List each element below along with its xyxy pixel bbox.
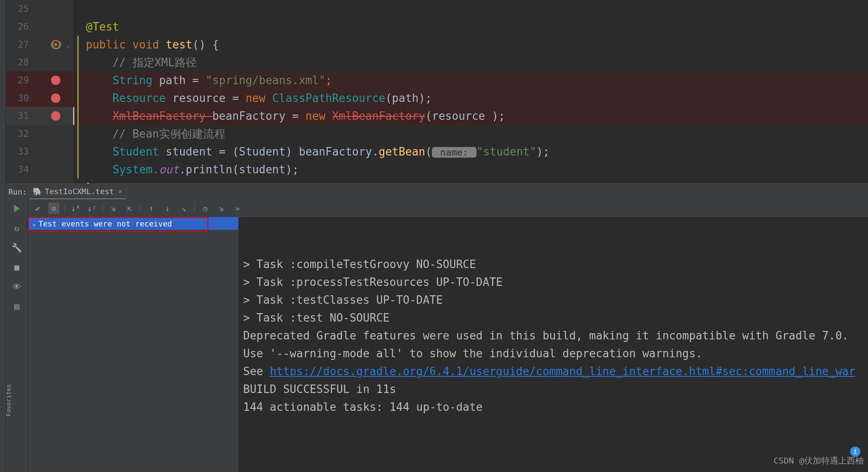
code-token: Resource [113,92,173,105]
console-output[interactable]: > Task :compileTestGroovy NO-SOURCE> Tas… [239,217,868,472]
more-button[interactable]: » [232,203,243,214]
console-line: > Task :testClasses UP-TO-DATE [243,291,864,309]
breakpoint-icon[interactable] [51,111,60,121]
code-line[interactable]: @Test [73,18,868,36]
gutter-line[interactable]: 28 [6,54,73,71]
code-token: new [246,92,272,105]
console-line: Use '--warning-mode all' to show the ind… [243,345,864,362]
test-tree[interactable]: ⌄ Test events were not received [28,217,239,472]
rerun-failed-button[interactable]: ↻ [11,222,23,234]
gutter-line[interactable]: 33 [6,143,73,161]
divider [65,203,65,213]
gutter-line[interactable]: 34 [6,161,73,178]
code-token: path [159,74,192,87]
code-line[interactable] [73,0,868,18]
code-token: @Test [86,20,119,33]
stop-button[interactable]: ■ [11,261,23,273]
fold-end-icon[interactable]: ⌃ [66,178,71,184]
code-line[interactable]: // Bean实例创建流程 [73,125,868,143]
code-token: (path); [385,92,432,105]
code-token [86,163,113,176]
code-token: } [86,181,93,184]
show-passed-button[interactable]: ✔ [32,203,43,214]
code-token: = [192,74,205,87]
expand-all-button[interactable]: ⇲ [108,203,119,214]
change-marker [77,161,79,178]
console-link[interactable]: https://docs.gradle.org/6.4.1/userguide/… [270,365,856,378]
code-token: String [113,74,159,87]
breakpoint-icon[interactable] [51,93,60,103]
line-number: 30 [6,89,29,107]
code-line[interactable]: Student student = (Student) beanFactory.… [73,143,868,161]
layout-button[interactable]: ▤ [11,300,23,312]
line-number: 26 [6,18,29,36]
watermark: CSDN @伏加特遇上西柚 [774,452,864,469]
code-token: System. [113,163,159,176]
code-token: resource [173,92,233,105]
test-toolbar: ✔ ⊘ ↓ᴬ ↓ᶻ ⇲ ⇱ ↑ ↓ ↘ ◷ ⇲ [28,199,868,217]
run-button[interactable] [11,203,23,215]
line-number: 35 [6,178,29,184]
code-token: = [219,145,232,158]
sort-desc-button[interactable]: ↓ᶻ [86,203,97,214]
code-token: // Bean实例创建流程 [86,127,225,140]
gutter-line[interactable]: 30 [6,89,73,107]
favorites-tab[interactable]: Favorites [5,384,12,416]
gutter-line[interactable]: 29 [6,71,73,89]
code-token: ); [536,145,550,158]
close-icon[interactable]: × [118,187,122,195]
sort-asc-button[interactable]: ↓ᴬ [70,203,81,214]
gutter-line[interactable]: 26 [6,18,73,36]
code-line[interactable]: } [73,178,868,184]
settings-button[interactable]: 🔧 [11,242,23,254]
line-number: 29 [6,71,29,89]
code-line[interactable]: String path = "spring/beans.xml"; [73,71,868,89]
history-button[interactable]: ◷ [200,203,211,214]
code-line[interactable]: XmlBeanFactory beanFactory = new XmlBean… [73,107,868,125]
code-area[interactable]: @Testpublic void test() { // 指定XML路径 Str… [73,0,868,184]
code-token: test [166,38,193,51]
next-button[interactable]: ↓ [162,203,173,214]
code-token: "spring/beans.xml" [206,74,326,87]
test-tree-root[interactable]: ⌄ Test events were not received [28,217,238,230]
breakpoint-icon[interactable] [51,76,60,85]
code-token: beanFactory [212,110,292,122]
rerun-icon[interactable] [52,40,61,49]
fold-start-icon[interactable]: ⌄ [66,36,71,54]
gutter-line[interactable]: 32 [6,125,73,143]
code-line[interactable]: // 指定XML路径 [73,54,868,71]
import-button[interactable]: ⇲ [216,203,227,214]
collapse-all-button[interactable]: ⇱ [124,203,135,214]
code-line[interactable]: public void test() { [73,36,868,54]
line-number: 32 [6,125,29,143]
goto-button[interactable]: ↘ [178,203,189,214]
code-token: // 指定XML路径 [86,56,197,69]
gutter-line[interactable]: 25 [6,0,73,18]
change-marker [77,143,79,161]
gutter-line[interactable]: 31 [6,107,73,125]
code-editor[interactable]: 252627⌄2829303132333435⌃363738⌄39 @Testp… [6,0,868,184]
show-ignored-button[interactable]: ⊘ [48,203,60,214]
watch-button[interactable]: 👁 [11,281,23,293]
divider [140,203,141,213]
gutter-line[interactable]: 27⌄ [6,36,73,54]
divider [102,203,103,213]
run-tab-name: TestIoCXML.test [45,187,114,196]
prev-button[interactable]: ↑ [146,203,157,214]
line-number: 33 [6,143,29,161]
tool-window-stripe[interactable]: Structure Favorites [0,0,6,472]
code-token: .println(student); [179,163,299,176]
run-config-tab[interactable]: 🐘 TestIoCXML.test × [29,184,125,199]
code-line[interactable]: Resource resource = new ClassPathResourc… [73,89,868,107]
editor-gutter[interactable]: 252627⌄2829303132333435⌃363738⌄39 [6,0,73,184]
code-token [86,92,113,105]
code-token: name: [432,147,477,158]
code-token: XmlBeanFactory [113,110,213,122]
line-number: 28 [6,54,29,71]
code-token: (resource ); [425,110,505,122]
code-token: (Student) [232,145,299,158]
code-line[interactable]: System.out.println(student); [73,161,868,178]
gutter-line[interactable]: 35⌃ [6,178,73,184]
tree-message: Test events were not received [38,219,172,228]
code-token: ClassPathResource [272,92,385,105]
